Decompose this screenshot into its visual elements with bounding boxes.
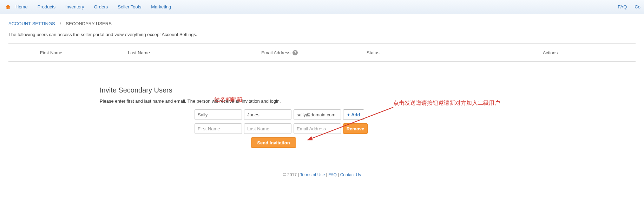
plus-icon: + [347, 112, 350, 117]
table-header-row: First Name Last Name Email Address ? Sta… [8, 43, 636, 62]
nav-orders[interactable]: Orders [94, 4, 108, 9]
nav-inventory[interactable]: Inventory [65, 4, 84, 9]
first-name-input[interactable] [195, 109, 242, 120]
breadcrumb: ACCOUNT SETTINGS / SECONDARY USERS [0, 14, 644, 30]
col-first-name: First Name [8, 50, 128, 55]
col-actions: Actions [465, 50, 636, 55]
nav-co[interactable]: Co [635, 4, 640, 9]
invite-row-2: Remove [195, 123, 416, 134]
col-status: Status [367, 50, 465, 55]
remove-button[interactable]: Remove [343, 123, 368, 134]
breadcrumb-account-settings[interactable]: ACCOUNT SETTINGS [8, 21, 55, 26]
footer-contact[interactable]: Contact Us [340, 172, 361, 177]
footer-faq[interactable]: FAQ [328, 172, 337, 177]
nav-faq[interactable]: FAQ [618, 4, 627, 9]
nav-products[interactable]: Products [38, 4, 55, 9]
invite-description: Please enter first and last name and ema… [100, 98, 416, 104]
nav-seller-tools[interactable]: Seller Tools [118, 4, 141, 9]
nav-right: FAQ Co [618, 4, 640, 9]
invite-section: Invite Secondary Users Please enter firs… [0, 86, 644, 162]
breadcrumb-sep: / [60, 21, 61, 26]
col-email-label: Email Address [261, 50, 290, 55]
invite-row-1: + Add [195, 109, 416, 120]
help-icon[interactable]: ? [293, 50, 298, 55]
last-name-input[interactable] [244, 109, 291, 120]
page-description: The following users can access the selle… [0, 30, 644, 43]
home-icon[interactable] [5, 4, 11, 10]
invite-form: + Add Remove Send Invitation [195, 109, 416, 148]
top-nav: Home Products Inventory Orders Seller To… [0, 0, 644, 14]
users-table: First Name Last Name Email Address ? Sta… [0, 43, 644, 62]
col-email: Email Address ? [261, 50, 367, 55]
nav-home[interactable]: Home [15, 4, 28, 9]
email-input[interactable] [294, 109, 341, 120]
nav-marketing[interactable]: Marketing [151, 4, 171, 9]
footer-terms[interactable]: Terms of Use [300, 172, 325, 177]
email-input[interactable] [294, 123, 341, 134]
send-invitation-button[interactable]: Send Invitation [251, 137, 296, 148]
send-row: Send Invitation [131, 137, 416, 148]
add-label: Add [351, 112, 360, 117]
nav-items: Home Products Inventory Orders Seller To… [15, 4, 171, 9]
footer: © 2017 | Terms of Use | FAQ | Contact Us [0, 172, 644, 180]
col-last-name: Last Name [128, 50, 261, 55]
add-button[interactable]: + Add [343, 109, 364, 120]
first-name-input[interactable] [195, 123, 242, 134]
last-name-input[interactable] [244, 123, 291, 134]
invite-title: Invite Secondary Users [100, 86, 416, 94]
breadcrumb-current: SECONDARY USERS [66, 21, 112, 26]
footer-copyright: © 2017 [283, 172, 297, 177]
